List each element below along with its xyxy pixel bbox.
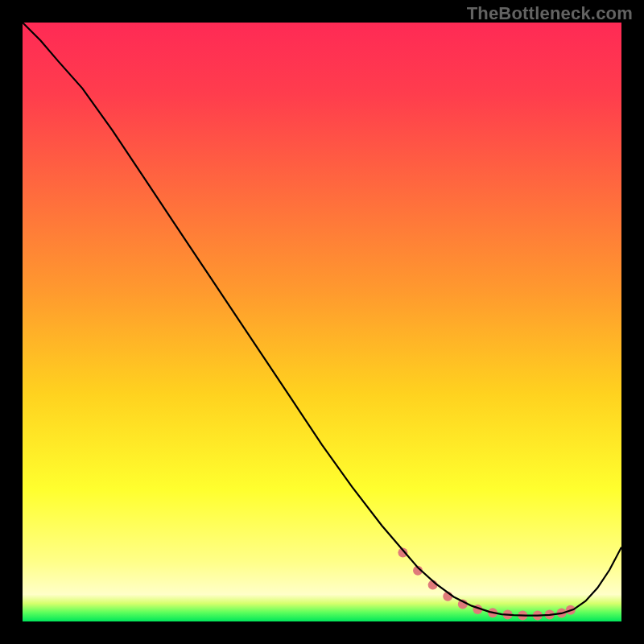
svg-rect-0 — [23, 23, 621, 621]
chart-frame: TheBottleneck.com — [0, 0, 644, 644]
watermark-text: TheBottleneck.com — [467, 3, 633, 24]
plot-area — [23, 23, 621, 621]
background-gradient — [23, 23, 621, 621]
